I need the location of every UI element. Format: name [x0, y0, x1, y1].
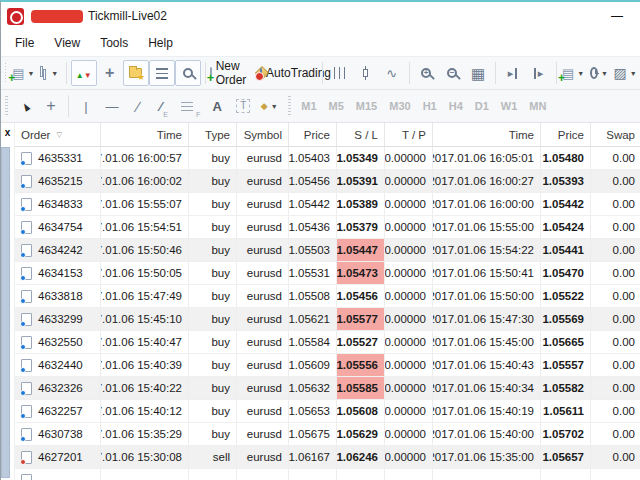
toolbar-grip[interactable] — [5, 96, 8, 116]
autotrading-button[interactable]: AutoTrading — [275, 60, 318, 86]
cell-time: 2017.01.06 16:00:57 — [101, 147, 189, 169]
text-label-tool-button[interactable]: T — [230, 93, 256, 119]
timeframe-button-h1[interactable]: H1 — [417, 97, 443, 115]
column-header-swap-close[interactable]: Swap — [591, 123, 640, 146]
cell-close_time: 2017.01.06 15:50:00 — [433, 285, 541, 307]
menu-item-view[interactable]: View — [44, 31, 90, 55]
vertical-line-tool-button[interactable]: | — [73, 93, 99, 119]
timeframe-button-m1[interactable]: M1 — [295, 97, 322, 115]
timeframe-button-m5[interactable]: M5 — [323, 97, 350, 115]
column-header-time[interactable]: Time — [101, 123, 189, 146]
history-row[interactable]: 46325502017.01.06 15:40:47buyeurusd1.055… — [15, 331, 640, 354]
toolbar-grip[interactable] — [288, 96, 291, 116]
new-chart-button[interactable]: ▤+ ▼ — [10, 60, 36, 86]
new-order-button[interactable]: New Order — [209, 60, 249, 86]
arrows-tool-button[interactable]: ◆ ▼ — [256, 93, 282, 119]
cell-close_price: 1.05657 — [541, 446, 591, 468]
cell-price: 1.05584 — [289, 331, 337, 353]
market-watch-button[interactable]: ▲▼ — [71, 60, 97, 86]
history-row[interactable]: 46338182017.01.06 15:47:49buyeurusd1.055… — [15, 285, 640, 308]
candlestick-chart-button[interactable] — [353, 60, 379, 86]
profiles-button[interactable]: ▼ — [36, 60, 62, 86]
cell-close_price: 1.05557 — [541, 354, 591, 376]
timeframe-button-h4[interactable]: H4 — [443, 97, 469, 115]
data-window-button[interactable]: + — [97, 60, 123, 86]
zoom-out-button[interactable]: − — [439, 60, 465, 86]
history-row[interactable]: 46307382017.01.06 15:35:29buyeurusd1.056… — [15, 423, 640, 446]
buy-order-icon — [21, 244, 32, 257]
menu-bar: FileViewToolsHelp — [1, 30, 640, 57]
cell-symbol: eurusd — [237, 285, 289, 307]
indicators-button[interactable]: ▤+ ▼ — [560, 60, 586, 86]
horizontal-line-tool-button[interactable]: — — [99, 93, 125, 119]
toolbar-grip[interactable] — [5, 63, 6, 83]
periods-button[interactable]: ▼ — [586, 60, 612, 86]
line-chart-button[interactable]: ∿ — [379, 60, 405, 86]
column-header-time-close[interactable]: Time — [433, 123, 541, 146]
equidistant-channel-tool-button[interactable]: ∕∕ E — [151, 93, 177, 119]
history-row[interactable]: 46353312017.01.06 16:00:57buyeurusd1.054… — [15, 147, 640, 170]
history-row[interactable]: 46341532017.01.06 15:50:05buyeurusd1.055… — [15, 262, 640, 285]
column-header-price-close[interactable]: Price — [541, 123, 591, 146]
templates-button[interactable]: ▨ ▼ — [612, 60, 638, 86]
timeframe-button-w1[interactable]: W1 — [495, 97, 524, 115]
mt4-window: Tickmill-Live02 — FileViewToolsHelp ▤+ ▼… — [0, 0, 640, 480]
menu-item-file[interactable]: File — [5, 31, 44, 55]
text-tool-button[interactable]: A — [204, 93, 230, 119]
timeframe-button-mn[interactable]: MN — [523, 97, 552, 115]
timeframe-button-m15[interactable]: M15 — [350, 97, 383, 115]
cell-tp: 0.00000 — [385, 446, 433, 468]
column-header-type[interactable]: Type — [189, 123, 237, 146]
column-header-tp[interactable]: T / P — [385, 123, 433, 146]
history-row[interactable]: 46342422017.01.06 15:50:46buyeurusd1.055… — [15, 239, 640, 262]
navigator-button[interactable] — [123, 60, 149, 86]
cell-time: 2017.01.06 15:55:07 — [101, 193, 189, 215]
cell-price: 1.05436 — [289, 216, 337, 238]
trendline-tool-button[interactable]: ∕ — [125, 93, 151, 119]
history-row[interactable]: 46352152017.01.06 16:00:02buyeurusd1.054… — [15, 170, 640, 193]
cursor-tool-button[interactable]: ▲ — [12, 93, 38, 119]
cell-sl: 1.05629 — [337, 423, 385, 445]
history-row-partial[interactable] — [15, 469, 640, 480]
panel-close-button[interactable]: x — [1, 123, 14, 147]
column-header-order[interactable]: Order▽ — [15, 123, 101, 146]
cell-tp: 0.00000 — [385, 216, 433, 238]
auto-scroll-button[interactable]: ▸ — [500, 60, 526, 86]
standard-toolbar: ▤+ ▼ ▼ ▲▼ + New Order — [1, 57, 640, 90]
order-number: 4627201 — [38, 451, 83, 463]
cell-tp — [385, 469, 433, 480]
strategy-tester-button[interactable] — [175, 60, 201, 86]
timeframe-button-m30[interactable]: M30 — [383, 97, 416, 115]
cell-sl: 1.05391 — [337, 170, 385, 192]
cell-price: 1.05442 — [289, 193, 337, 215]
history-row[interactable]: 46347542017.01.06 15:54:51buyeurusd1.054… — [15, 216, 640, 239]
history-row[interactable]: 46324402017.01.06 15:40:39buyeurusd1.056… — [15, 354, 640, 377]
history-row[interactable]: 46322572017.01.06 15:40:12buyeurusd1.056… — [15, 400, 640, 423]
fibonacci-tool-button[interactable]: F — [177, 93, 204, 119]
menu-item-tools[interactable]: Tools — [90, 31, 138, 55]
tile-windows-button[interactable]: ▦ — [465, 60, 491, 86]
history-row[interactable]: 46332992017.01.06 15:45:10buyeurusd1.056… — [15, 308, 640, 331]
column-header-symbol[interactable]: Symbol — [237, 123, 289, 146]
menu-item-help[interactable]: Help — [138, 31, 183, 55]
crosshair-tool-button[interactable]: + — [38, 93, 64, 119]
chart-shift-button[interactable]: ▸ — [526, 60, 552, 86]
history-row[interactable]: 46272012017.01.06 15:30:08selleurusd1.06… — [15, 446, 640, 469]
cell-symbol: eurusd — [237, 377, 289, 399]
crosshair-plus-icon: + — [105, 65, 114, 81]
history-row[interactable]: 46323262017.01.06 15:40:22buyeurusd1.056… — [15, 377, 640, 400]
cell-symbol: eurusd — [237, 446, 289, 468]
terminal-button[interactable] — [149, 60, 175, 86]
history-row[interactable]: 46348332017.01.06 15:55:07buyeurusd1.054… — [15, 193, 640, 216]
column-header-sl[interactable]: S / L — [337, 123, 385, 146]
cell-sl — [337, 469, 385, 480]
cell-price: 1.05403 — [289, 147, 337, 169]
cell-price: 1.05609 — [289, 354, 337, 376]
column-header-price[interactable]: Price — [289, 123, 337, 146]
minimize-button[interactable]: — — [600, 5, 634, 27]
zoom-in-button[interactable]: + — [413, 60, 439, 86]
bar-chart-button[interactable] — [327, 60, 353, 86]
cell-tp: 0.00000 — [385, 377, 433, 399]
order-number: 4630738 — [38, 428, 83, 440]
timeframe-button-d1[interactable]: D1 — [469, 97, 495, 115]
